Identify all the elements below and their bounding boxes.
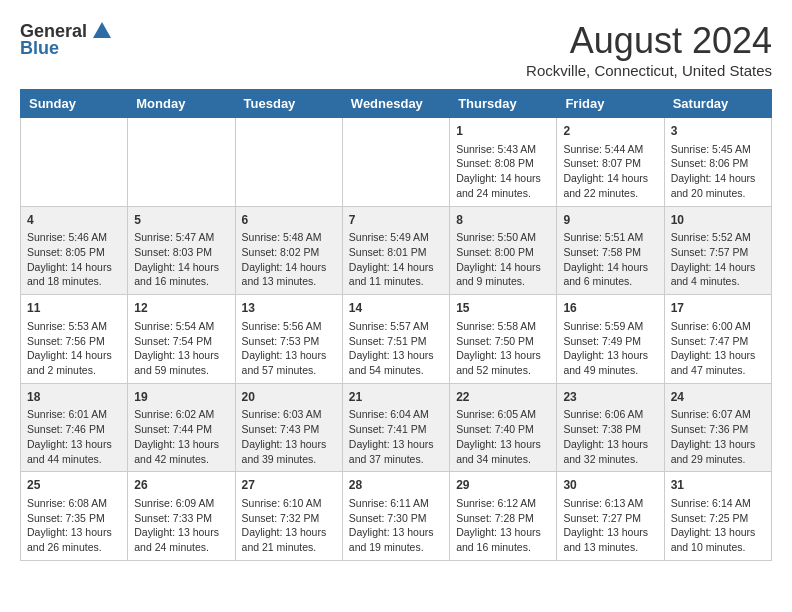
calendar-cell-3-7: 17Sunrise: 6:00 AMSunset: 7:47 PMDayligh…: [664, 295, 771, 384]
day-number: 10: [671, 212, 765, 229]
calendar-cell-5-4: 28Sunrise: 6:11 AMSunset: 7:30 PMDayligh…: [342, 472, 449, 561]
day-number: 26: [134, 477, 228, 494]
sunrise-text: Sunrise: 6:11 AM: [349, 496, 443, 511]
daylight-text: Daylight: 13 hours and 52 minutes.: [456, 348, 550, 377]
sunrise-text: Sunrise: 5:59 AM: [563, 319, 657, 334]
calendar-cell-2-4: 7Sunrise: 5:49 AMSunset: 8:01 PMDaylight…: [342, 206, 449, 295]
daylight-text: Daylight: 14 hours and 11 minutes.: [349, 260, 443, 289]
sunrise-text: Sunrise: 6:13 AM: [563, 496, 657, 511]
daylight-text: Daylight: 14 hours and 24 minutes.: [456, 171, 550, 200]
daylight-text: Daylight: 14 hours and 4 minutes.: [671, 260, 765, 289]
sunrise-text: Sunrise: 6:05 AM: [456, 407, 550, 422]
calendar-cell-3-6: 16Sunrise: 5:59 AMSunset: 7:49 PMDayligh…: [557, 295, 664, 384]
sunset-text: Sunset: 7:36 PM: [671, 422, 765, 437]
day-number: 24: [671, 389, 765, 406]
daylight-text: Daylight: 14 hours and 9 minutes.: [456, 260, 550, 289]
calendar-cell-4-5: 22Sunrise: 6:05 AMSunset: 7:40 PMDayligh…: [450, 383, 557, 472]
daylight-text: Daylight: 13 hours and 34 minutes.: [456, 437, 550, 466]
daylight-text: Daylight: 14 hours and 13 minutes.: [242, 260, 336, 289]
logo-blue-text: Blue: [20, 38, 59, 59]
sunrise-text: Sunrise: 5:54 AM: [134, 319, 228, 334]
day-number: 2: [563, 123, 657, 140]
calendar-cell-3-4: 14Sunrise: 5:57 AMSunset: 7:51 PMDayligh…: [342, 295, 449, 384]
daylight-text: Daylight: 14 hours and 22 minutes.: [563, 171, 657, 200]
daylight-text: Daylight: 13 hours and 39 minutes.: [242, 437, 336, 466]
daylight-text: Daylight: 14 hours and 2 minutes.: [27, 348, 121, 377]
day-number: 13: [242, 300, 336, 317]
logo: General Blue: [20, 20, 113, 59]
sunrise-text: Sunrise: 5:46 AM: [27, 230, 121, 245]
calendar-header-saturday: Saturday: [664, 90, 771, 118]
sunrise-text: Sunrise: 5:58 AM: [456, 319, 550, 334]
sunrise-text: Sunrise: 5:52 AM: [671, 230, 765, 245]
calendar-cell-5-2: 26Sunrise: 6:09 AMSunset: 7:33 PMDayligh…: [128, 472, 235, 561]
sunrise-text: Sunrise: 5:48 AM: [242, 230, 336, 245]
calendar-week-row-1: 1Sunrise: 5:43 AMSunset: 8:08 PMDaylight…: [21, 118, 772, 207]
sunset-text: Sunset: 7:47 PM: [671, 334, 765, 349]
day-number: 19: [134, 389, 228, 406]
calendar-cell-4-6: 23Sunrise: 6:06 AMSunset: 7:38 PMDayligh…: [557, 383, 664, 472]
calendar-cell-2-6: 9Sunrise: 5:51 AMSunset: 7:58 PMDaylight…: [557, 206, 664, 295]
calendar-cell-4-3: 20Sunrise: 6:03 AMSunset: 7:43 PMDayligh…: [235, 383, 342, 472]
calendar-cell-5-1: 25Sunrise: 6:08 AMSunset: 7:35 PMDayligh…: [21, 472, 128, 561]
day-number: 20: [242, 389, 336, 406]
sunrise-text: Sunrise: 6:00 AM: [671, 319, 765, 334]
day-number: 25: [27, 477, 121, 494]
daylight-text: Daylight: 13 hours and 49 minutes.: [563, 348, 657, 377]
day-number: 5: [134, 212, 228, 229]
sunrise-text: Sunrise: 5:53 AM: [27, 319, 121, 334]
sunset-text: Sunset: 7:41 PM: [349, 422, 443, 437]
day-number: 4: [27, 212, 121, 229]
calendar-week-row-2: 4Sunrise: 5:46 AMSunset: 8:05 PMDaylight…: [21, 206, 772, 295]
sunset-text: Sunset: 8:06 PM: [671, 156, 765, 171]
svg-marker-0: [93, 22, 111, 38]
sunrise-text: Sunrise: 5:50 AM: [456, 230, 550, 245]
location-subtitle: Rockville, Connecticut, United States: [526, 62, 772, 79]
daylight-text: Daylight: 13 hours and 44 minutes.: [27, 437, 121, 466]
daylight-text: Daylight: 13 hours and 26 minutes.: [27, 525, 121, 554]
sunset-text: Sunset: 7:27 PM: [563, 511, 657, 526]
sunrise-text: Sunrise: 5:47 AM: [134, 230, 228, 245]
sunset-text: Sunset: 7:43 PM: [242, 422, 336, 437]
calendar-header-tuesday: Tuesday: [235, 90, 342, 118]
calendar-cell-5-3: 27Sunrise: 6:10 AMSunset: 7:32 PMDayligh…: [235, 472, 342, 561]
day-number: 21: [349, 389, 443, 406]
calendar-cell-4-4: 21Sunrise: 6:04 AMSunset: 7:41 PMDayligh…: [342, 383, 449, 472]
calendar-cell-1-1: [21, 118, 128, 207]
daylight-text: Daylight: 13 hours and 59 minutes.: [134, 348, 228, 377]
calendar-header-thursday: Thursday: [450, 90, 557, 118]
sunrise-text: Sunrise: 5:45 AM: [671, 142, 765, 157]
day-number: 1: [456, 123, 550, 140]
calendar-header-wednesday: Wednesday: [342, 90, 449, 118]
calendar-cell-4-7: 24Sunrise: 6:07 AMSunset: 7:36 PMDayligh…: [664, 383, 771, 472]
sunrise-text: Sunrise: 6:06 AM: [563, 407, 657, 422]
calendar-cell-1-7: 3Sunrise: 5:45 AMSunset: 8:06 PMDaylight…: [664, 118, 771, 207]
sunset-text: Sunset: 7:28 PM: [456, 511, 550, 526]
calendar-cell-2-7: 10Sunrise: 5:52 AMSunset: 7:57 PMDayligh…: [664, 206, 771, 295]
sunrise-text: Sunrise: 6:04 AM: [349, 407, 443, 422]
sunset-text: Sunset: 8:05 PM: [27, 245, 121, 260]
sunset-text: Sunset: 7:58 PM: [563, 245, 657, 260]
day-number: 11: [27, 300, 121, 317]
sunset-text: Sunset: 7:54 PM: [134, 334, 228, 349]
calendar-cell-5-5: 29Sunrise: 6:12 AMSunset: 7:28 PMDayligh…: [450, 472, 557, 561]
day-number: 8: [456, 212, 550, 229]
day-number: 30: [563, 477, 657, 494]
sunset-text: Sunset: 8:08 PM: [456, 156, 550, 171]
sunrise-text: Sunrise: 6:09 AM: [134, 496, 228, 511]
calendar-cell-1-3: [235, 118, 342, 207]
sunset-text: Sunset: 7:33 PM: [134, 511, 228, 526]
daylight-text: Daylight: 13 hours and 42 minutes.: [134, 437, 228, 466]
sunset-text: Sunset: 8:00 PM: [456, 245, 550, 260]
daylight-text: Daylight: 13 hours and 19 minutes.: [349, 525, 443, 554]
sunset-text: Sunset: 8:07 PM: [563, 156, 657, 171]
sunrise-text: Sunrise: 5:43 AM: [456, 142, 550, 157]
daylight-text: Daylight: 13 hours and 54 minutes.: [349, 348, 443, 377]
day-number: 22: [456, 389, 550, 406]
calendar-cell-3-3: 13Sunrise: 5:56 AMSunset: 7:53 PMDayligh…: [235, 295, 342, 384]
calendar-cell-2-1: 4Sunrise: 5:46 AMSunset: 8:05 PMDaylight…: [21, 206, 128, 295]
calendar-cell-4-1: 18Sunrise: 6:01 AMSunset: 7:46 PMDayligh…: [21, 383, 128, 472]
calendar-table: SundayMondayTuesdayWednesdayThursdayFrid…: [20, 89, 772, 561]
daylight-text: Daylight: 13 hours and 10 minutes.: [671, 525, 765, 554]
daylight-text: Daylight: 14 hours and 16 minutes.: [134, 260, 228, 289]
